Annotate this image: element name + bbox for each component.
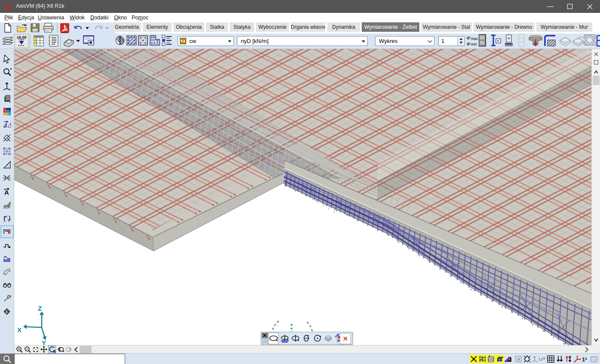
svg-text:X: X <box>17 326 22 333</box>
svg-text:max: max <box>471 37 478 41</box>
svg-text:±0.00: ±0.00 <box>17 35 26 40</box>
svg-text:min: min <box>471 42 477 46</box>
svg-text:3: 3 <box>3 220 5 223</box>
svg-text:1: 1 <box>6 215 8 218</box>
svg-text:2: 2 <box>8 220 10 223</box>
svg-text:Y: Y <box>42 339 46 345</box>
svg-text:Z: Z <box>38 305 42 312</box>
svg-text:1²: 1² <box>582 356 587 363</box>
svg-text:i: i <box>6 309 7 314</box>
